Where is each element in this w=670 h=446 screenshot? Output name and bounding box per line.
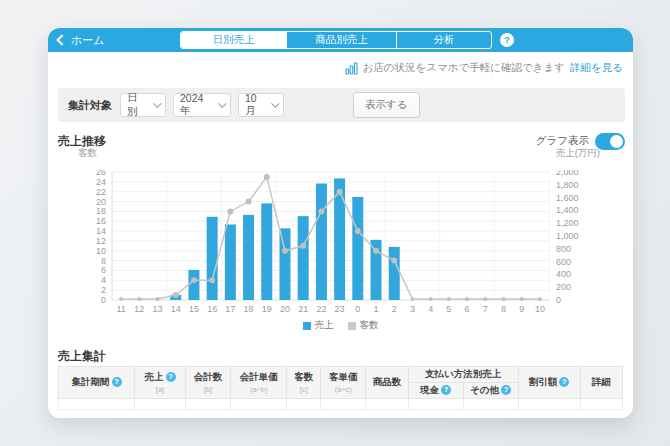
y-tick-label-right: 1,600 [556,193,579,203]
customers-point[interactable] [209,277,215,283]
customers-point[interactable] [465,297,469,301]
column-header-label: 支払い方法別売上 [425,368,501,379]
customers-point[interactable] [538,297,542,301]
sales-bar[interactable] [279,228,290,300]
column-header: 集計期間? [59,367,135,399]
promo-row: お店の状況をスマホで手軽に確認できます 詳細を見る [48,52,633,84]
x-tick-label: 17 [225,304,235,314]
y-tick-label-left: 0 [101,295,106,305]
customers-point[interactable] [483,297,487,301]
customers-point[interactable] [156,297,160,301]
y-tick-label-right: 200 [556,282,571,292]
y-tick-label-left: 20 [96,197,106,207]
customers-point[interactable] [520,297,524,301]
y-tick-label-left: 6 [101,265,106,275]
table-cell [287,399,321,410]
column-help-icon[interactable]: ? [441,385,451,395]
x-tick-label: 23 [335,304,345,314]
column-header-label: 売上 [145,371,164,382]
show-button-label: 表示する [365,98,408,112]
select-aggregation-unit[interactable]: 日別 [120,93,166,117]
customers-point[interactable] [337,189,343,195]
column-header-label: 会計単価 [240,371,278,382]
x-tick-label: 2 [392,304,397,314]
tab-product-sales[interactable]: 商品別売上 [286,32,396,48]
customers-point[interactable] [355,228,361,234]
customers-point[interactable] [173,292,179,298]
sales-bar[interactable] [352,197,363,300]
column-header-label: 商品数 [373,376,402,387]
customers-point[interactable] [410,297,414,301]
y-tick-label-right: 2,000 [556,170,579,177]
customers-point[interactable] [246,199,252,205]
customers-point[interactable] [300,243,306,249]
y-tick-label-left: 22 [96,187,106,197]
customers-point[interactable] [264,174,270,180]
column-help-icon[interactable]: ? [559,377,569,387]
x-tick-label: 8 [501,304,506,314]
x-tick-label: 12 [134,304,144,314]
sales-bar[interactable] [243,215,254,300]
chevron-down-icon [272,99,280,107]
column-help-icon[interactable]: ? [501,385,511,395]
sales-bar[interactable] [261,203,272,300]
sales-bar[interactable] [389,247,400,300]
x-tick-label: 15 [189,304,199,314]
customers-point[interactable] [137,297,141,301]
column-group-header: 支払い方法別売上 [408,367,518,383]
x-tick-label: 5 [446,304,451,314]
table-cell [321,399,366,410]
column-header: 客数[c] [287,367,321,399]
customers-point[interactable] [447,297,451,301]
column-header-label: 客単価 [329,371,358,382]
customers-point[interactable] [191,277,197,283]
column-help-icon[interactable]: ? [112,377,122,387]
customers-point[interactable] [282,248,288,254]
sales-bar[interactable] [298,216,309,300]
sales-bar[interactable] [225,224,236,300]
column-header: 客単価(a÷c) [321,367,366,399]
column-help-icon[interactable]: ? [166,372,176,382]
y-tick-label-left: 8 [101,256,106,266]
x-tick-label: 1 [374,304,379,314]
customers-point[interactable] [227,208,233,214]
sales-trend-chart: 0246810121416182022242602004006008001,00… [48,170,633,318]
select-month[interactable]: 10月 [238,93,284,117]
column-header: 現金? [408,383,463,399]
customers-point[interactable] [501,297,505,301]
sales-bar[interactable] [207,217,218,300]
y-tick-label-right: 1,200 [556,218,579,228]
tab-analysis[interactable]: 分析 [396,32,491,48]
sales-bar[interactable] [188,270,199,300]
back-home-button[interactable]: ホーム [58,28,105,52]
x-tick-label: 11 [116,304,125,314]
table-section-title: 売上集計 [58,348,106,365]
tab-daily-sales[interactable]: 日別売上 [181,32,286,48]
promo-text: お店の状況をスマホで手軽に確認できます [363,61,565,75]
legend-label: 売上 [315,319,334,332]
y-tick-label-left: 14 [96,226,106,236]
right-axis-caption: 売上(万円) [556,147,600,160]
customers-point[interactable] [429,297,433,301]
table-cell [518,399,580,410]
column-header: 会計単価(a÷b) [230,367,286,399]
x-tick-label: 14 [171,304,181,314]
chart-legend: 売上客数 [48,319,633,332]
column-header: 売上?[a] [135,367,186,399]
select-aggregation-unit-value: 日別 [127,91,147,119]
customers-point[interactable] [391,258,397,264]
customers-point[interactable] [318,208,324,214]
show-button[interactable]: 表示する [353,92,420,118]
x-tick-label: 10 [535,304,545,314]
table-cell [230,399,286,410]
help-icon[interactable]: ? [500,33,514,47]
top-navigation-bar: ホーム 日別売上商品別売上分析 ? [48,28,633,52]
promo-detail-link[interactable]: 詳細を見る [570,61,623,75]
sales-bar[interactable] [316,184,327,300]
y-tick-label-left: 18 [96,206,106,216]
customers-point[interactable] [119,297,123,301]
column-header-sub-label: (a÷c) [321,385,365,394]
column-header-sub-label: (a÷b) [231,385,286,394]
customers-point[interactable] [373,248,379,254]
select-year[interactable]: 2024年 [173,93,231,117]
